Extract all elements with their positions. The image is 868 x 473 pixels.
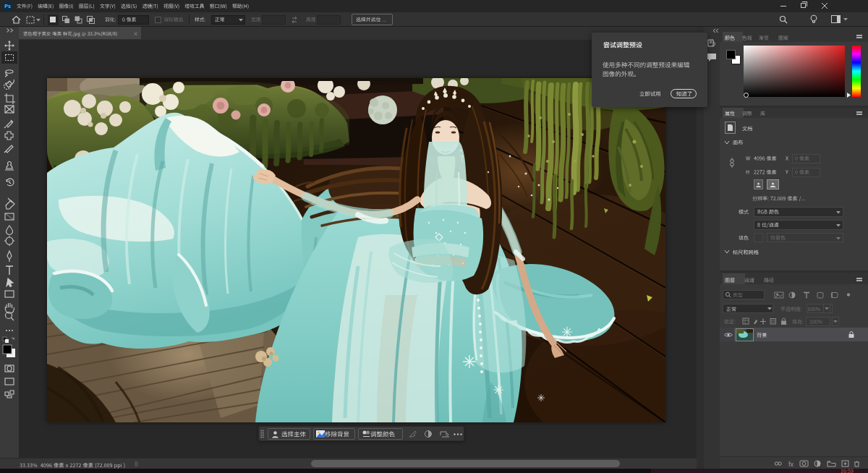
svg-text:fx: fx [788,461,794,468]
